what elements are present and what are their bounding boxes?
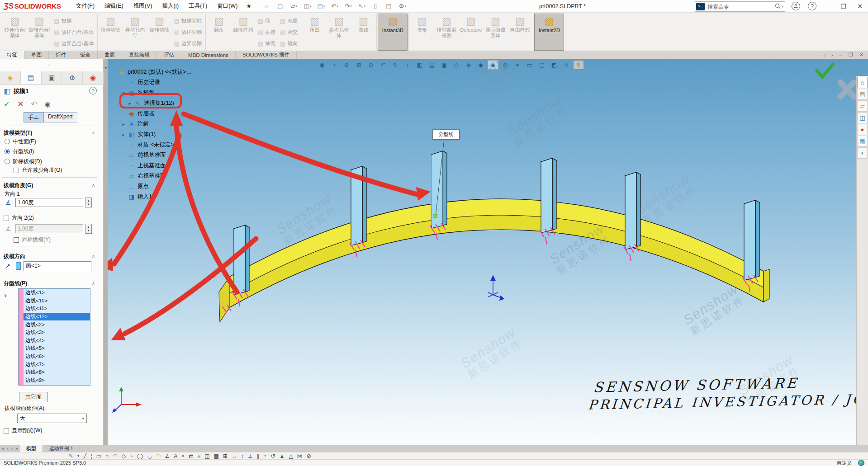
apply-scene-icon[interactable]: ▭ — [524, 60, 535, 70]
menu-window[interactable]: 窗口(W) — [212, 0, 242, 12]
zoom-in-out-icon[interactable]: ⊕ — [341, 60, 352, 70]
view-settings-icon[interactable]: ▢ — [536, 60, 547, 70]
tree-expand-icon[interactable]: ▸ — [128, 101, 132, 106]
model-break-view-button[interactable]: ▧模型断裂视图 — [434, 14, 459, 51]
tab-evaluate[interactable]: 评估 — [157, 51, 181, 59]
mirror-entities-icon[interactable]: ◫ — [204, 453, 209, 459]
close-button[interactable]: ✕ — [854, 1, 866, 12]
offset-entities-icon[interactable]: ≡ — [197, 453, 200, 459]
next-tab-button[interactable]: › — [11, 446, 13, 451]
other-face-button[interactable]: 其它面 — [19, 392, 48, 402]
custom-properties-icon[interactable]: ▦ — [857, 136, 868, 147]
tree-item-material[interactable]: ≡ 材质 <未指定> — [111, 140, 215, 150]
manual-mode-button[interactable]: 手工 — [24, 112, 43, 122]
chamfer-icon[interactable]: ∠ — [165, 453, 170, 459]
draftxpert-mode-button[interactable]: DraftXpert — [43, 112, 77, 122]
spline-icon[interactable]: ~ — [130, 453, 133, 459]
tab-mbd-dimensions[interactable]: MBD Dimensions — [181, 51, 236, 59]
forum-icon[interactable]: ◗ — [857, 147, 868, 159]
indent-button[interactable]: ▧压凹 — [302, 14, 327, 51]
customize-link[interactable]: 自定义 — [837, 460, 852, 466]
checkbox-icon[interactable] — [14, 168, 19, 173]
direction2-checkbox[interactable]: 方向 2(2) — [4, 214, 34, 222]
instant3d-button[interactable]: ▧Instant3D — [378, 14, 408, 51]
mirror-button[interactable]: ▧镜向 — [278, 38, 300, 49]
arc-icon[interactable]: ◠ — [113, 453, 117, 459]
property-manager-tab[interactable]: ▤ — [21, 71, 42, 84]
parting-lines-section-header[interactable]: 分型线(P) — [4, 280, 27, 287]
rotate-view-icon[interactable]: ↻ — [390, 60, 401, 70]
extruded-boss-base-button[interactable]: ▧拉伸凸台/基体 — [3, 14, 27, 51]
dimxpert-manager-tab[interactable]: ⊕ — [62, 71, 83, 84]
tab-solidworks-addins[interactable]: SOLIDWORKS 插件 — [236, 51, 297, 59]
reverse-direction-icon[interactable]: ↗ — [3, 261, 13, 271]
menu-edit[interactable]: 编辑(E) — [100, 0, 128, 12]
model-tab[interactable]: 模型 — [20, 445, 43, 452]
view-selector-icon[interactable]: ▤ — [427, 60, 437, 70]
feature-manager-tab[interactable]: ◈ — [0, 71, 21, 84]
radio-icon[interactable] — [5, 139, 10, 144]
direction-face-input[interactable]: 面<1> — [24, 261, 91, 271]
edit-appearance-icon[interactable]: ● — [512, 60, 523, 70]
radio-step-draft[interactable]: 阶梯拔模(D) — [5, 156, 42, 166]
tree-item-solid-bodies[interactable]: ▸ ◧ 实体(1) — [111, 129, 215, 140]
tree-item-origin[interactable]: ∟ 原点 — [111, 181, 215, 192]
display-shaded-edges-icon[interactable]: ◆ — [488, 60, 498, 70]
draft-angle-section-header[interactable]: 拔模角度(G) — [4, 182, 33, 189]
checkbox-icon[interactable] — [4, 428, 9, 433]
parting-line-edge-item[interactable]: 边线<9> — [24, 377, 90, 385]
collapse-chevron-icon[interactable]: ∧ — [92, 281, 95, 286]
angle1-spinner[interactable]: ▲▼ — [85, 198, 92, 207]
view-palette-icon[interactable]: ◫ — [857, 112, 868, 123]
trim-entities-icon[interactable]: × — [181, 453, 185, 459]
symmetric-draft-checkbox[interactable]: 对称拔模(Y) — [14, 236, 51, 244]
display-relations-icon[interactable]: ⋈ — [297, 453, 303, 459]
text-icon[interactable]: A — [174, 453, 177, 459]
linear-sketch-pattern-icon[interactable]: ▦ — [214, 453, 219, 459]
hide-show-items-icon[interactable]: ◎ — [500, 60, 511, 70]
angle2-spinner[interactable]: ▲▼ — [85, 224, 92, 234]
file-explorer-icon[interactable]: ▱ — [857, 100, 868, 112]
doc-close-button[interactable]: ✕ — [857, 52, 866, 58]
menu-tools[interactable]: 工具(T) — [184, 0, 212, 12]
help-icon[interactable]: ? — [808, 2, 816, 10]
prev-tab-button[interactable]: ‹ — [7, 446, 9, 451]
tree-item-history[interactable]: ◔ 历史记录 — [111, 77, 215, 88]
undo-icon[interactable]: ↶▾ — [329, 1, 341, 11]
boundary-boss-base-button[interactable]: ▧边界凸台/基体 — [52, 38, 96, 49]
intersect-button[interactable]: ▧相交 — [278, 27, 300, 38]
search-icon[interactable] — [775, 3, 782, 10]
shell-button[interactable]: ▧抽壳 — [256, 38, 278, 49]
collapse-chevron-icon[interactable]: ∧ — [92, 254, 95, 259]
parting-line-edge-item[interactable]: 边线<7> — [24, 360, 90, 368]
angle2-input[interactable] — [15, 224, 83, 233]
revolved-cut-button[interactable]: ▧旋转切除 — [147, 14, 172, 51]
tab-surfaces[interactable]: 曲面 — [98, 51, 122, 59]
show-preview-checkbox[interactable]: 显示预览(W) — [4, 427, 42, 434]
zoom-to-fit-icon[interactable]: ◉ — [317, 60, 327, 70]
parting-line-edge-item[interactable]: 边线<5> — [24, 344, 90, 353]
tab-features[interactable]: 特征 — [0, 51, 24, 59]
scale-entities-icon[interactable]: ▲ — [280, 453, 285, 459]
swept-cut-button[interactable]: ▧扫描切除 — [172, 15, 204, 27]
centerline-icon[interactable]: ¦ — [91, 453, 92, 459]
defeature-button[interactable]: ▧Defeature — [459, 14, 483, 51]
menu-insert[interactable]: 插入(I) — [157, 0, 184, 12]
minimize-button[interactable]: – — [822, 1, 834, 12]
tree-item-sensors[interactable]: ◉ 传感器 — [111, 108, 215, 119]
checkbox-icon[interactable] — [4, 216, 9, 221]
tab-direct-editing[interactable]: 直接编辑 — [122, 51, 157, 59]
display-manager-tab[interactable]: ◉ — [83, 71, 104, 84]
lofted-boss-base-button[interactable]: ▧放样凸台/基体 — [52, 27, 96, 38]
redo-icon[interactable]: ↷▾ — [342, 1, 354, 11]
save-icon[interactable]: ◫▾ — [302, 1, 313, 11]
wrap-button[interactable]: ▧包覆 — [278, 15, 300, 27]
parallel-relation-icon[interactable]: ∥ — [256, 453, 259, 459]
vertical-dimension-icon[interactable]: ↕ — [241, 453, 244, 459]
parting-line-edge-item[interactable]: 边线<11> — [24, 305, 90, 313]
radio-neutral-plane[interactable]: 中性面(E) — [5, 137, 42, 146]
radio-parting-line[interactable]: 分型线(I) — [5, 146, 42, 156]
panel-splitter[interactable]: ▼ — [104, 59, 108, 445]
polygon-icon[interactable]: ◇ — [122, 453, 126, 459]
cancel-button[interactable]: ✕ — [17, 99, 24, 109]
